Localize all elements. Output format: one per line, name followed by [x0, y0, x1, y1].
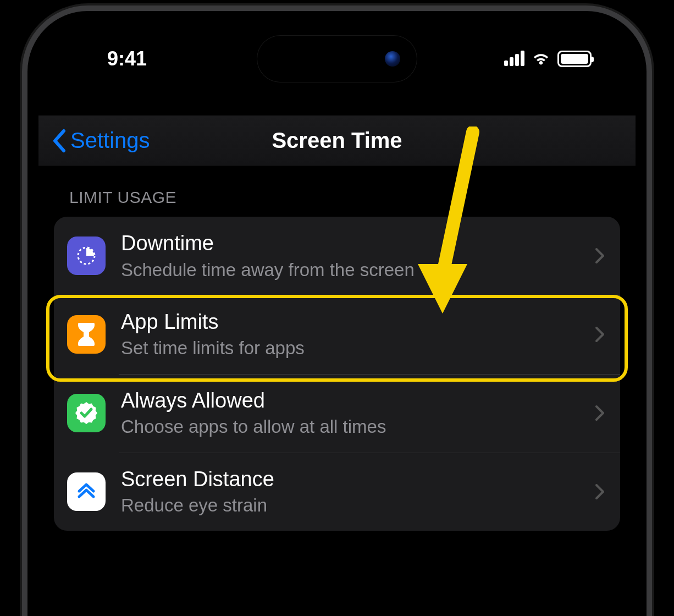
row-subtitle: Choose apps to allow at all times [121, 415, 579, 438]
status-time: 9:41 [71, 47, 147, 70]
row-downtime[interactable]: Downtime Schedule time away from the scr… [54, 217, 620, 295]
dynamic-island [257, 36, 417, 82]
phone-frame: 9:41 Settings Screen Time [27, 11, 647, 616]
cellular-signal-icon [504, 52, 524, 66]
navigation-bar: Settings Screen Time [38, 116, 636, 166]
row-screen-distance[interactable]: Screen Distance Reduce eye strain [54, 453, 620, 531]
row-title: Screen Distance [121, 467, 579, 492]
status-indicators [504, 51, 603, 67]
content: LIMIT USAGE Downtime Schedule time away … [38, 166, 636, 616]
row-subtitle: Reduce eye strain [121, 494, 579, 516]
checkmark-seal-icon [67, 394, 106, 432]
chevron-right-icon [595, 483, 605, 500]
chevron-left-icon [52, 129, 68, 153]
row-subtitle: Set time limits for apps [121, 337, 579, 359]
downtime-icon [67, 237, 106, 275]
row-always-allowed[interactable]: Always Allowed Choose apps to allow at a… [54, 374, 620, 453]
chevron-right-icon [595, 248, 605, 264]
row-app-limits[interactable]: App Limits Set time limits for apps [54, 295, 620, 374]
back-label: Settings [70, 128, 150, 153]
front-camera [385, 51, 400, 67]
chevron-right-icon [595, 326, 605, 343]
limit-usage-group: Downtime Schedule time away from the scr… [54, 217, 620, 531]
hourglass-icon [67, 315, 106, 354]
row-title: Always Allowed [121, 388, 579, 414]
battery-icon [557, 51, 592, 67]
section-header-limit-usage: LIMIT USAGE [54, 188, 620, 217]
page-title: Screen Time [272, 128, 402, 153]
row-subtitle: Schedule time away from the screen [121, 258, 579, 281]
chevron-right-icon [595, 405, 605, 421]
screen-distance-icon [67, 472, 106, 511]
back-button[interactable]: Settings [52, 128, 150, 153]
wifi-icon [531, 51, 551, 67]
row-title: App Limits [121, 310, 579, 335]
row-title: Downtime [121, 231, 579, 256]
screen: 9:41 Settings Screen Time [38, 22, 636, 616]
